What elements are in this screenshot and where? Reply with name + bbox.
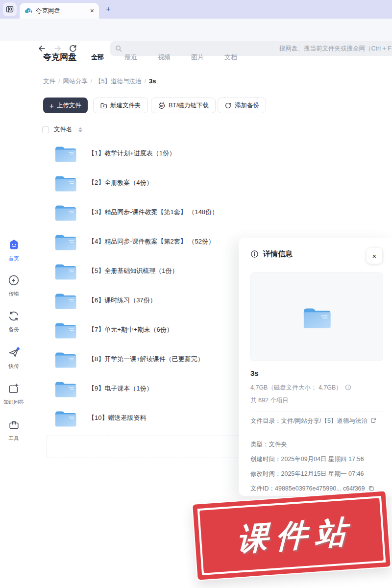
- column-filename[interactable]: 文件名: [54, 125, 73, 134]
- sidebar-label: 快传: [0, 363, 27, 370]
- stamp-fill: 课件站: [199, 498, 384, 573]
- details-size-line: 4.7GB（磁盘文件大小： 4.7GB）: [250, 383, 384, 392]
- table-row[interactable]: 【7】单元+期中+期末（6份）: [42, 315, 234, 344]
- details-modified-line: 修改时间：2025年12月15日 星期一 07:46: [250, 469, 384, 479]
- tab-document[interactable]: 文档: [224, 53, 237, 62]
- file-name: 【1】教学计划+进度表（1份）: [88, 149, 175, 158]
- folder-icon: [54, 291, 77, 310]
- sidebar-item-quick-transfer[interactable]: 快传: [0, 346, 27, 370]
- table-row[interactable]: 【8】开学第一课+解读课件（已更新完）: [42, 344, 234, 374]
- browser-tab-active[interactable]: 夸克网盘 ×: [20, 3, 99, 19]
- tab-all[interactable]: 全部: [91, 53, 104, 62]
- folder-icon: [54, 144, 77, 163]
- toolbox-icon: [8, 419, 20, 431]
- table-row[interactable]: 【5】全册基础知识梳理（1份）: [42, 256, 234, 286]
- folder-icon: [54, 232, 77, 251]
- stamp-text: 课件站: [229, 510, 355, 561]
- table-row[interactable]: 【10】赠送老版资料: [42, 403, 234, 433]
- sort-icon[interactable]: [78, 127, 82, 132]
- type-label: 类型：: [250, 441, 269, 448]
- info-icon: [250, 250, 259, 258]
- file-name: 【5】全册基础知识梳理（1份）: [88, 267, 178, 275]
- add-backup-label: 添加备份: [235, 101, 259, 110]
- breadcrumb-current: 3s: [149, 77, 156, 85]
- add-backup-button[interactable]: 添加备份: [218, 98, 266, 113]
- paper-plane-icon: [7, 346, 21, 359]
- tab-image[interactable]: 图片: [191, 53, 204, 62]
- tab-title: 夸克网盘: [36, 7, 87, 15]
- table-row[interactable]: 【1】教学计划+进度表（1份）: [42, 139, 234, 168]
- folder-icon: [54, 261, 77, 281]
- details-size: 4.7GB（磁盘文件大小： 4.7GB）: [250, 384, 342, 391]
- details-header: 详情信息: [250, 249, 293, 259]
- folder-thumbnail: [250, 272, 383, 361]
- breadcrumb-separator: /: [58, 78, 60, 85]
- created-value: 2025年09月04日 星期四 17:56: [281, 456, 364, 463]
- breadcrumb-separator: /: [90, 78, 92, 85]
- file-name: 【8】开学第一课+解读课件（已更新完）: [88, 355, 204, 364]
- plus-icon: +: [49, 102, 54, 109]
- divider: [250, 412, 383, 412]
- goto-folder-icon[interactable]: [370, 417, 377, 424]
- browser-toolbar: 搜网盘、搜当前文件夹或搜全网（Ctrl + F: [0, 19, 392, 41]
- table-row[interactable]: 【3】精品同步-课件教案【第1套】 （148份）: [42, 197, 234, 227]
- knowledge-icon: [7, 382, 20, 395]
- details-close-button[interactable]: ×: [367, 248, 382, 264]
- breadcrumb-item[interactable]: 【5】道德与法治: [95, 77, 141, 86]
- quark-drive-window: 夸克网盘 × + 搜网盘、搜当前文件夹或搜全网（Ctrl + F: [0, 0, 392, 588]
- tab-video[interactable]: 视频: [158, 53, 171, 62]
- backup-icon: [7, 310, 20, 322]
- quark-logo-icon: [24, 7, 32, 15]
- details-panel: 详情信息 × 3s 4.7GB（磁盘文件大小： 4.7GB） 共 692 个项目…: [239, 238, 392, 496]
- sidebar-label: 传输: [0, 291, 27, 297]
- modified-value: 2025年12月15日 星期一 07:46: [281, 470, 364, 477]
- home-icon: [7, 238, 21, 251]
- table-row[interactable]: 【4】精品同步-课件教案【第2套】 （52份）: [42, 227, 234, 256]
- file-name: 【7】单元+期中+期末（6份）: [88, 325, 173, 334]
- search-placeholder: 搜网盘、搜当前文件夹或搜全网（Ctrl + F: [279, 45, 392, 53]
- bt-download-button[interactable]: BT BT/磁力链下载: [151, 98, 216, 113]
- details-type-line: 类型：文件夹: [250, 440, 384, 449]
- select-all-checkbox[interactable]: [42, 126, 49, 133]
- upload-button[interactable]: + 上传文件: [43, 98, 88, 113]
- sidebar-item-tools[interactable]: 工具: [0, 419, 27, 442]
- folder-icon: [54, 173, 77, 193]
- kejianzhan-stamp-watermark: 课件站: [192, 490, 392, 581]
- sidebar-item-backup[interactable]: 备份: [0, 310, 27, 333]
- copy-icon[interactable]: [368, 485, 374, 491]
- tab-close-button[interactable]: ×: [90, 7, 94, 15]
- new-folder-icon: [100, 102, 107, 109]
- table-row[interactable]: 【6】课时练习（37份）: [42, 286, 234, 315]
- new-folder-button[interactable]: 新建文件夹: [93, 98, 148, 113]
- new-folder-label: 新建文件夹: [110, 101, 141, 110]
- breadcrumb-item[interactable]: 网站分享: [63, 77, 87, 86]
- sidebar-label: 工具: [0, 435, 27, 442]
- table-row[interactable]: 【9】电子课本（1份）: [42, 374, 234, 403]
- details-created-line: 创建时间：2025年09月04日 星期四 17:56: [250, 454, 384, 464]
- tab-recent[interactable]: 最近: [124, 53, 137, 62]
- sidebar-item-knowledge-qa[interactable]: 知识问答: [0, 382, 27, 406]
- browser-tab-bar: 夸克网盘 × +: [0, 0, 392, 19]
- file-name: 【10】赠送老版资料: [88, 414, 146, 422]
- filter-tabs: 全部 最近 视频 图片 文档: [91, 53, 237, 62]
- browser-sidebar-search-button[interactable]: [3, 2, 17, 16]
- folder-icon: [302, 304, 332, 330]
- created-label: 创建时间：: [250, 456, 281, 463]
- directory-value: 文件/网站分享/【5】道德与法治: [281, 417, 368, 424]
- size-info-icon[interactable]: [345, 384, 351, 391]
- folder-icon: [54, 379, 77, 398]
- folder-icon: [54, 349, 77, 369]
- file-name: 【9】电子课本（1份）: [88, 384, 152, 393]
- sidebar-item-transfer[interactable]: 传输: [0, 274, 27, 297]
- new-tab-button[interactable]: +: [103, 4, 114, 15]
- breadcrumb-item[interactable]: 文件: [43, 77, 55, 86]
- upload-label: 上传文件: [57, 101, 81, 110]
- breadcrumb: 文件 / 网站分享 / 【5】道德与法治 / 3s: [43, 77, 156, 86]
- table-row[interactable]: 【2】全册教案（4份）: [42, 168, 234, 197]
- directory-label: 文件目录：: [250, 417, 281, 424]
- page-title: 夸克网盘: [43, 51, 76, 63]
- folder-icon: [54, 202, 77, 222]
- sidebar-item-home[interactable]: 首页: [0, 238, 27, 262]
- fileid-value: 49885e03976e475990... c64f369: [275, 485, 365, 492]
- bt-download-label: BT/磁力链下载: [169, 101, 209, 110]
